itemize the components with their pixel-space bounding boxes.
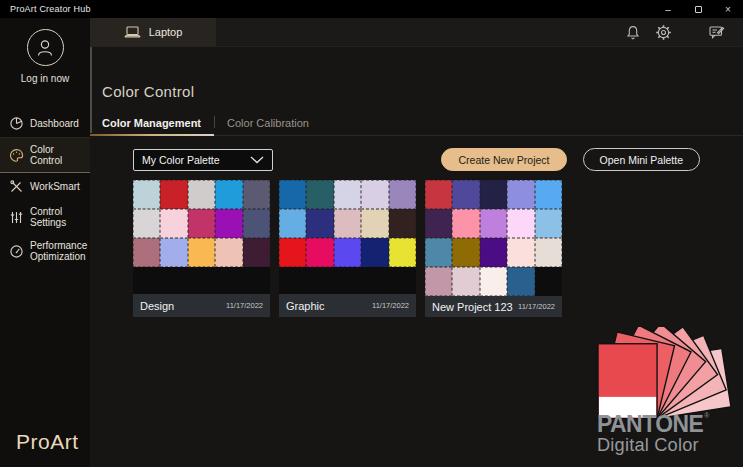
color-swatch[interactable]	[389, 180, 416, 209]
color-swatch[interactable]	[133, 209, 160, 238]
color-swatch[interactable]	[133, 180, 160, 209]
color-swatch[interactable]	[452, 238, 479, 267]
page-title: Color Control	[102, 83, 743, 100]
color-swatch[interactable]	[160, 209, 187, 238]
sidebar: Log in now Dashboard Color Control	[0, 18, 90, 467]
tab-strip: Color Management Color Calibration	[90, 113, 743, 136]
color-swatch[interactable]	[279, 180, 306, 209]
topbar-icons	[624, 18, 743, 46]
color-swatch[interactable]	[507, 238, 534, 267]
minimize-button[interactable]: –	[653, 0, 683, 18]
project-name: Design	[140, 300, 174, 312]
color-swatch[interactable]	[389, 209, 416, 238]
color-swatch[interactable]	[507, 267, 534, 296]
sidebar-item-color-control[interactable]: Color Control	[0, 137, 90, 173]
open-mini-palette-button[interactable]: Open Mini Palette	[583, 148, 700, 171]
project-cards: Design 11/17/2022 Graphic 11/17/2022 New…	[133, 180, 743, 317]
color-swatch[interactable]	[507, 209, 534, 238]
color-swatch[interactable]	[389, 238, 416, 267]
user-icon	[34, 37, 56, 59]
sidebar-item-control-settings[interactable]: Control Settings	[0, 200, 90, 234]
color-swatch[interactable]	[334, 209, 361, 238]
color-swatch[interactable]	[160, 238, 187, 267]
sidebar-nav: Dashboard Color Control WorkSmart	[0, 110, 90, 268]
pantone-registered-mark: ®	[704, 412, 709, 419]
maximize-button[interactable]	[683, 0, 713, 18]
main-content: Color Control Color Management Color Cal…	[90, 47, 743, 467]
sidebar-item-dashboard[interactable]: Dashboard	[0, 110, 90, 137]
card-footer: Design 11/17/2022	[133, 294, 270, 317]
sidebar-item-worksmart[interactable]: WorkSmart	[0, 173, 90, 200]
color-swatch[interactable]	[215, 238, 242, 267]
device-tab-laptop[interactable]: Laptop	[90, 18, 216, 46]
color-swatch[interactable]	[535, 209, 562, 238]
feedback-icon	[708, 24, 725, 40]
gauge-icon	[9, 244, 24, 259]
pantone-wordmark: PANTONE	[597, 411, 703, 437]
color-swatch[interactable]	[215, 209, 242, 238]
color-swatch[interactable]	[425, 180, 452, 209]
avatar	[27, 29, 64, 66]
swatch-grid	[425, 180, 562, 296]
login-area[interactable]: Log in now	[0, 18, 90, 84]
action-buttons: Create New Project Open Mini Palette	[441, 148, 700, 171]
color-swatch[interactable]	[480, 267, 507, 296]
card-footer: New Project 123 11/17/2022	[425, 296, 562, 317]
color-swatch[interactable]	[361, 209, 388, 238]
pantone-digital-color-logo: PANTONE ® Digital Color	[584, 327, 740, 455]
color-swatch[interactable]	[306, 209, 333, 238]
sidebar-item-label: Color Control	[30, 144, 86, 166]
color-swatch[interactable]	[480, 238, 507, 267]
color-swatch[interactable]	[188, 180, 215, 209]
bell-icon	[625, 24, 641, 41]
color-swatch[interactable]	[188, 238, 215, 267]
swatch-grid	[279, 180, 416, 267]
project-card-design[interactable]: Design 11/17/2022	[133, 180, 270, 317]
color-swatch[interactable]	[425, 209, 452, 238]
color-swatch[interactable]	[425, 267, 452, 296]
proart-creator-hub-window: ProArt Creator Hub – × Laptop	[0, 0, 743, 467]
color-swatch[interactable]	[334, 238, 361, 267]
sidebar-item-label: Dashboard	[30, 118, 79, 129]
project-card-graphic[interactable]: Graphic 11/17/2022	[279, 180, 416, 317]
sidebar-item-performance-optimization[interactable]: Performance Optimization	[0, 234, 90, 268]
color-swatch[interactable]	[452, 209, 479, 238]
project-card-new-project-123[interactable]: New Project 123 11/17/2022	[425, 180, 562, 317]
titlebar: ProArt Creator Hub – ×	[0, 0, 743, 18]
color-swatch[interactable]	[160, 180, 187, 209]
window-title: ProArt Creator Hub	[10, 4, 91, 14]
close-button[interactable]: ×	[713, 0, 743, 18]
color-swatch[interactable]	[243, 209, 270, 238]
notifications-button[interactable]	[624, 24, 641, 41]
color-swatch[interactable]	[188, 209, 215, 238]
color-swatch[interactable]	[215, 180, 242, 209]
color-swatch[interactable]	[535, 180, 562, 209]
color-swatch[interactable]	[535, 238, 562, 267]
palette-dropdown[interactable]: My Color Palette	[133, 149, 273, 171]
color-swatch[interactable]	[452, 267, 479, 296]
color-swatch[interactable]	[425, 238, 452, 267]
color-swatch[interactable]	[279, 209, 306, 238]
color-swatch[interactable]	[334, 180, 361, 209]
color-swatch[interactable]	[361, 180, 388, 209]
color-swatch[interactable]	[243, 238, 270, 267]
project-name: Graphic	[286, 300, 325, 312]
color-swatch[interactable]	[480, 209, 507, 238]
color-swatch[interactable]	[133, 238, 160, 267]
color-swatch[interactable]	[480, 180, 507, 209]
settings-button[interactable]	[655, 24, 672, 41]
color-swatch[interactable]	[279, 238, 306, 267]
color-swatch[interactable]	[243, 180, 270, 209]
feedback-button[interactable]	[708, 24, 725, 41]
tab-color-calibration[interactable]: Color Calibration	[215, 117, 322, 135]
create-new-project-button[interactable]: Create New Project	[441, 148, 566, 171]
proart-wordmark: ProArt	[16, 430, 79, 454]
topbar: Laptop	[90, 18, 743, 47]
color-swatch[interactable]	[452, 180, 479, 209]
sidebar-item-label: Control Settings	[30, 206, 86, 228]
color-swatch[interactable]	[507, 180, 534, 209]
tab-color-management[interactable]: Color Management	[90, 117, 214, 135]
color-swatch[interactable]	[306, 180, 333, 209]
color-swatch[interactable]	[361, 238, 388, 267]
color-swatch[interactable]	[306, 238, 333, 267]
